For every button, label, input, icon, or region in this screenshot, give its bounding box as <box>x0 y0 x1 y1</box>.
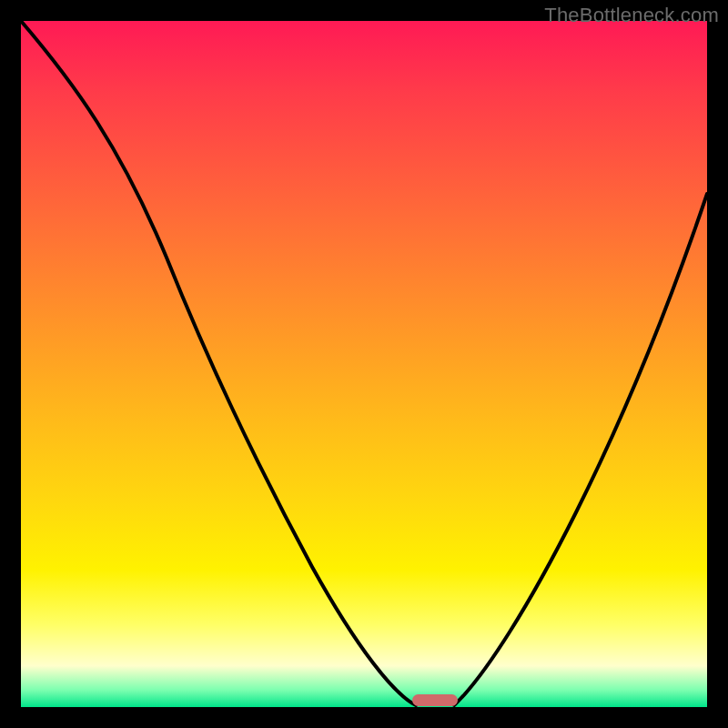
curve-left <box>21 21 416 705</box>
curve-right <box>454 194 707 705</box>
plot-area <box>21 21 707 707</box>
bottleneck-curve <box>21 21 707 707</box>
watermark-text: TheBottleneck.com <box>544 4 719 27</box>
chart-frame: TheBottleneck.com <box>0 0 728 728</box>
optimal-range-marker <box>412 694 458 706</box>
